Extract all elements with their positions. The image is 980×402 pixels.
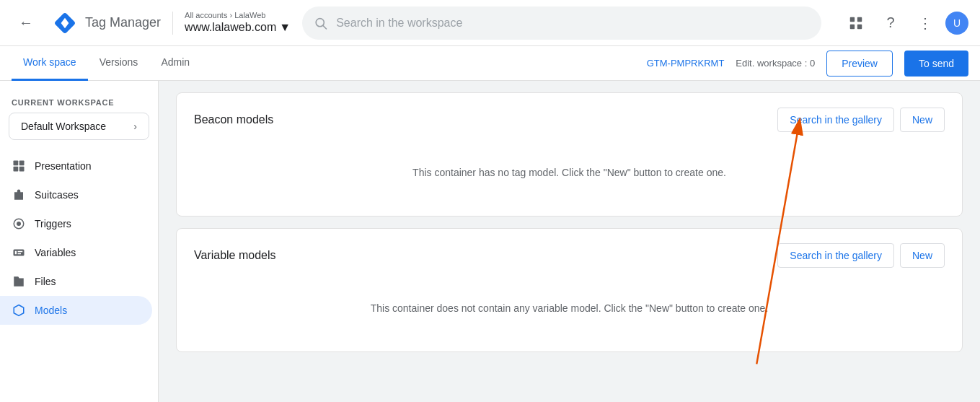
- breadcrumb: All accounts › LalaWeb: [185, 10, 291, 20]
- main-layout: CURRENT WORKSPACE Default Workspace › Pr…: [0, 81, 980, 402]
- sidebar-item-variables[interactable]: Variables: [0, 238, 152, 267]
- variable-models-actions: Search in the gallery New: [777, 243, 945, 268]
- variable-models-section: Variable models Search in the gallery Ne…: [176, 228, 963, 352]
- app-logo: Tag Manager: [52, 10, 161, 36]
- sidebar-variables-label: Variables: [35, 247, 76, 258]
- tab-workspace[interactable]: Work space: [12, 46, 88, 81]
- sidebar-suitcases-label: Suitcases: [35, 189, 79, 201]
- beacon-models-actions: Search in the gallery New: [777, 108, 945, 132]
- variables-icon: [12, 245, 26, 260]
- svg-rect-10: [14, 167, 19, 172]
- suitcases-icon: [12, 188, 26, 202]
- help-icon: ?: [886, 14, 894, 31]
- content-area: Beacon models Search in the gallery New …: [159, 81, 980, 402]
- sidebar-section-label: CURRENT WORKSPACE: [0, 92, 158, 110]
- workspace-chevron-icon: ›: [133, 121, 137, 132]
- beacon-empty-message: This container has no tag model. Click t…: [194, 144, 945, 201]
- svg-rect-7: [857, 24, 862, 28]
- send-button[interactable]: To send: [904, 51, 968, 77]
- sidebar-item-presentation[interactable]: Presentation: [0, 152, 152, 180]
- beacon-models-title: Beacon models: [194, 113, 273, 126]
- tab-versions[interactable]: Versions: [88, 46, 150, 81]
- svg-rect-17: [18, 251, 23, 253]
- topbar-actions: ? ⋮ U: [842, 9, 968, 38]
- grid-icon-button[interactable]: [842, 9, 870, 38]
- workspace-selector-button[interactable]: Default Workspace ›: [9, 113, 149, 140]
- svg-rect-11: [19, 167, 25, 172]
- variable-models-header: Variable models Search in the gallery Ne…: [194, 243, 945, 268]
- sidebar-item-suitcases[interactable]: Suitcases: [0, 180, 152, 209]
- beacon-search-gallery-button[interactable]: Search in the gallery: [777, 108, 894, 132]
- app-name: Tag Manager: [85, 15, 161, 30]
- models-icon: [12, 303, 26, 318]
- svg-rect-9: [19, 161, 25, 166]
- sidebar-triggers-label: Triggers: [35, 218, 71, 230]
- svg-rect-16: [15, 251, 17, 255]
- sidebar-presentation-label: Presentation: [35, 160, 92, 172]
- svg-rect-8: [14, 161, 19, 166]
- svg-rect-4: [850, 17, 855, 21]
- domain-arrow-icon: ▼: [279, 20, 291, 35]
- svg-rect-12: [18, 192, 20, 193]
- svg-point-14: [17, 222, 21, 226]
- domain-selector[interactable]: www.lalaweb.com ▼: [185, 20, 291, 35]
- topbar: ← Tag Manager All accounts › LalaWeb www…: [0, 0, 980, 46]
- user-avatar[interactable]: U: [945, 12, 968, 35]
- workspace-search-bar[interactable]: [302, 6, 821, 40]
- more-options-button[interactable]: ⋮: [911, 9, 940, 38]
- help-icon-button[interactable]: ?: [876, 9, 905, 38]
- preview-button[interactable]: Preview: [826, 51, 893, 77]
- account-info[interactable]: All accounts › LalaWeb www.lalaweb.com ▼: [185, 10, 291, 35]
- logo-icon: [52, 10, 78, 36]
- search-icon: [314, 16, 327, 30]
- sidebar-files-label: Files: [35, 276, 56, 287]
- presentation-icon: [12, 159, 26, 173]
- variable-models-title: Variable models: [194, 249, 276, 262]
- sidebar-models-label: Models: [35, 305, 67, 316]
- nav-tabs: Work space Versions Admin GTM-PMPRKRMT E…: [0, 46, 980, 81]
- files-icon: [12, 274, 26, 289]
- sidebar-item-triggers[interactable]: Triggers: [0, 209, 152, 238]
- svg-rect-18: [18, 253, 22, 255]
- svg-rect-6: [850, 24, 855, 28]
- triggers-icon: [12, 217, 26, 231]
- svg-line-3: [323, 25, 326, 28]
- variable-empty-message: This container does not contain any vari…: [194, 279, 945, 337]
- edit-workspace-label: Edit. workspace : 0: [736, 58, 815, 69]
- tab-admin[interactable]: Admin: [149, 46, 201, 81]
- grid-icon: [848, 15, 864, 31]
- beacon-models-header: Beacon models Search in the gallery New: [194, 108, 945, 132]
- beacon-new-button[interactable]: New: [900, 108, 945, 132]
- back-button[interactable]: ←: [12, 9, 40, 38]
- variable-new-button[interactable]: New: [900, 243, 945, 268]
- sidebar-item-models[interactable]: Models: [0, 296, 152, 325]
- topbar-divider: [172, 12, 173, 35]
- svg-rect-5: [857, 17, 862, 21]
- nav-right: GTM-PMPRKRMT Edit. workspace : 0 Preview…: [647, 51, 968, 77]
- more-icon: ⋮: [918, 14, 932, 32]
- beacon-models-section: Beacon models Search in the gallery New …: [176, 92, 963, 217]
- workspace-id: GTM-PMPRKRMT: [647, 58, 725, 69]
- variable-search-gallery-button[interactable]: Search in the gallery: [777, 243, 894, 268]
- sidebar: CURRENT WORKSPACE Default Workspace › Pr…: [0, 81, 159, 402]
- workspace-name: Default Workspace: [21, 121, 106, 132]
- search-input[interactable]: [336, 17, 810, 30]
- sidebar-item-files[interactable]: Files: [0, 267, 152, 296]
